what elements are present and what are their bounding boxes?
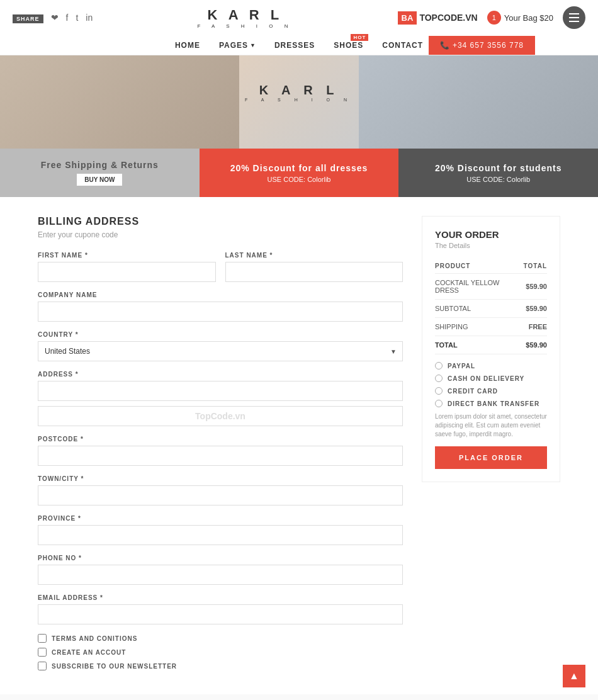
address-label: ADDRESS *	[38, 371, 403, 378]
account-checkbox-group: CREATE AN ACCOUT	[38, 648, 403, 657]
cash-radio[interactable]	[435, 375, 443, 382]
cash-label: CASH ON DELIEVERY	[448, 375, 524, 382]
hero-img-left	[0, 55, 239, 149]
town-row: TOWN/CITY *	[38, 475, 403, 505]
postcode-input[interactable]	[38, 446, 403, 466]
company-input[interactable]	[38, 302, 403, 322]
shoes-hot-wrapper: SHOES HOT	[334, 40, 363, 50]
country-row: COUNTRY * United States ▼	[38, 331, 403, 361]
company-label: COMPANY NAME	[38, 291, 403, 298]
credit-radio[interactable]	[435, 387, 443, 395]
order-subtotal-row: SUBTOTAL $59.90	[435, 300, 547, 318]
promo-shipping: Free Shipping & Returns BUY NOW	[0, 149, 200, 197]
linkedin-icon[interactable]: in	[86, 13, 93, 23]
nav-home[interactable]: HOME	[175, 41, 200, 50]
bank-label: DIRECT BANK TRANSFER	[448, 400, 539, 407]
nav-bar: HOME PAGES ▼ DRESSES SHOES HOT CONTACT 📞…	[0, 35, 598, 55]
payment-cash: CASH ON DELIEVERY	[435, 375, 547, 382]
scroll-top-button[interactable]: ▲	[563, 665, 585, 687]
phone-row: PHONE NO *	[38, 555, 403, 585]
order-item-price: $59.90	[524, 274, 547, 300]
address-input-1[interactable]	[38, 381, 403, 401]
place-order-button[interactable]: PLACE ORDER	[435, 446, 547, 469]
header-logo: K A R L F A S H I O N	[197, 7, 293, 29]
order-section: YOUR ORDER The Details PRODUCT TOTAL COC…	[422, 216, 560, 675]
bag-label: Your Bag $20	[504, 13, 553, 23]
hero-logo-overlay: K A R L F A S H I O N	[245, 83, 353, 102]
first-name-input[interactable]	[38, 262, 216, 282]
account-checkbox[interactable]	[38, 648, 47, 657]
nav-shoes[interactable]: SHOES	[334, 41, 363, 50]
address-input-2-wrapper: TopCode.vn	[38, 406, 403, 426]
promo-shipping-btn[interactable]: BUY NOW	[77, 174, 122, 186]
province-row: PROVINCE *	[38, 515, 403, 545]
hamburger-line3	[569, 21, 579, 22]
terms-checkbox[interactable]	[38, 634, 47, 643]
bag-button[interactable]: 1 Your Bag $20	[487, 11, 553, 25]
nav-contact[interactable]: CONTACT	[382, 41, 423, 50]
email-input[interactable]	[38, 604, 403, 624]
order-table-header: PRODUCT TOTAL	[435, 259, 547, 274]
terms-label: TERMS AND CONITIONS	[52, 635, 137, 642]
twitter-icon[interactable]: t	[76, 13, 78, 23]
bank-radio[interactable]	[435, 400, 443, 407]
hamburger-button[interactable]	[563, 6, 585, 29]
hero-img-right	[359, 55, 598, 149]
billing-section: BILLING ADDRESS Enter your cupone code F…	[38, 216, 403, 675]
payment-description: Lorem ipsum dolor sit amet, consectetur …	[435, 412, 547, 439]
postcode-label: POSTCODE *	[38, 436, 403, 443]
topcode-logo: BA TOPCODE.VN	[398, 11, 478, 25]
header-right: BA TOPCODE.VN 1 Your Bag $20	[398, 6, 585, 29]
phone-icon: 📞	[440, 41, 450, 50]
hero-logo-line1: K A R L	[245, 83, 353, 98]
last-name-label: LAST NAME *	[225, 252, 403, 259]
terms-checkbox-group: TERMS AND CONITIONS	[38, 634, 403, 643]
logo-line1: K A R L	[197, 7, 293, 23]
pinterest-icon[interactable]: ❤	[51, 13, 59, 23]
newsletter-checkbox[interactable]	[38, 662, 47, 670]
last-name-input[interactable]	[225, 262, 403, 282]
payment-credit: CREDIT CARD	[435, 387, 547, 395]
phone-button[interactable]: 📞 +34 657 3556 778	[429, 36, 535, 55]
province-group: PROVINCE *	[38, 515, 403, 545]
nav-dresses[interactable]: DRESSES	[274, 41, 315, 50]
header: SHARE ❤ f t in K A R L F A S H I O N BA …	[0, 0, 598, 55]
promo-dresses: 20% Discount for all dresses USE CODE: C…	[200, 149, 399, 197]
first-name-label: FIRST NAME *	[38, 252, 216, 259]
address-input-2[interactable]	[38, 406, 403, 426]
share-badge-wrapper: SHARE	[13, 13, 43, 23]
province-input[interactable]	[38, 525, 403, 545]
phone-label: PHONE NO *	[38, 555, 403, 562]
order-shipping-row: SHIPPING FREE	[435, 318, 547, 336]
credit-label: CREDIT CARD	[448, 388, 498, 395]
town-input[interactable]	[38, 485, 403, 505]
postcode-group: POSTCODE *	[38, 436, 403, 466]
hero-banner: K A R L F A S H I O N	[0, 55, 598, 149]
shipping-label: SHIPPING	[435, 318, 524, 336]
promo-dresses-sub: USE CODE: Colorlib	[268, 176, 331, 183]
paypal-radio[interactable]	[435, 362, 443, 370]
promo-students-title: 20% Discount for students	[435, 163, 562, 173]
nav-pages[interactable]: PAGES	[219, 41, 248, 50]
scroll-top-icon: ▲	[569, 670, 579, 682]
facebook-icon[interactable]: f	[66, 13, 69, 23]
phone-number: +34 657 3556 778	[453, 41, 524, 50]
town-group: TOWN/CITY *	[38, 475, 403, 505]
company-row: COMPANY NAME	[38, 291, 403, 322]
country-select[interactable]: United States	[38, 341, 403, 361]
hamburger-line2	[569, 17, 579, 18]
phone-input[interactable]	[38, 565, 403, 585]
promo-students-sub: USE CODE: Colorlib	[466, 176, 530, 183]
order-total-row: TOTAL $59.90	[435, 336, 547, 354]
order-item-row: COCKTAIL YELLOW DRESS $59.90	[435, 274, 547, 300]
hamburger-line1	[569, 13, 579, 14]
email-group: EMAIL ADDRESS *	[38, 594, 403, 624]
promo-bars: Free Shipping & Returns BUY NOW 20% Disc…	[0, 149, 598, 197]
total-label: TOTAL	[435, 336, 524, 354]
newsletter-label: SUBSCRIBE TO OUR NEWSLETTER	[52, 663, 177, 670]
subtotal-value: $59.90	[524, 300, 547, 318]
country-label: COUNTRY *	[38, 331, 403, 338]
order-item-name: COCKTAIL YELLOW DRESS	[435, 274, 524, 300]
order-box: YOUR ORDER The Details PRODUCT TOTAL COC…	[422, 216, 560, 482]
hero-logo-line2: F A S H I O N	[245, 98, 353, 102]
